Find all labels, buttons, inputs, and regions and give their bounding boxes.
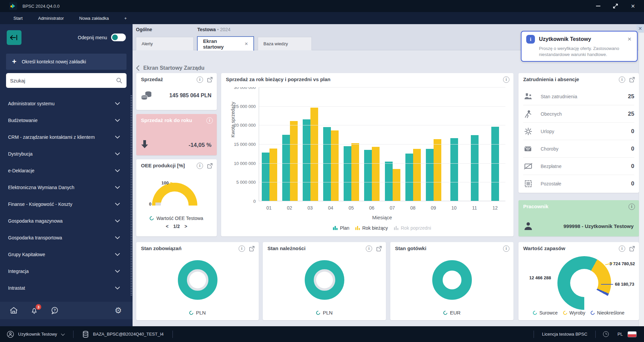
- maximize-button[interactable]: [612, 3, 618, 9]
- history-button[interactable]: [596, 331, 616, 337]
- menubar-item-4[interactable]: +: [124, 16, 127, 21]
- bar-rok-bieżący[interactable]: [434, 139, 441, 201]
- notification-close-icon[interactable]: ✕: [626, 36, 633, 42]
- collapse-menu-button[interactable]: [7, 30, 21, 45]
- info-icon[interactable]: [619, 245, 625, 252]
- bar-plan[interactable]: [282, 135, 290, 201]
- info-icon[interactable]: [366, 245, 372, 252]
- zatrudnienia-row[interactable]: Obecnych25: [523, 105, 634, 123]
- open-external-icon[interactable]: [376, 246, 382, 251]
- bar-plan[interactable]: [364, 150, 372, 201]
- y-axis-tick: 30 000 000: [234, 87, 256, 90]
- bar-rok-bieżący[interactable]: [310, 108, 318, 201]
- info-icon[interactable]: [503, 245, 509, 252]
- zatrudnienia-row[interactable]: Urlopy0: [523, 123, 634, 140]
- tab-close-icon[interactable]: ×: [245, 41, 248, 47]
- tab-baza-wiedzy[interactable]: Baza wiedzy: [258, 37, 312, 50]
- bar-rok-bieżący[interactable]: [269, 149, 277, 201]
- bar-plan[interactable]: [405, 154, 413, 201]
- zatrudnienia-row[interactable]: Choroby0: [523, 140, 634, 158]
- menubar-item-2[interactable]: Administrator: [38, 16, 64, 21]
- sidebar-item[interactable]: Gospodarka magazynowa: [0, 213, 133, 229]
- info-icon[interactable]: [619, 76, 625, 83]
- bar-rok-bieżący[interactable]: [413, 149, 421, 201]
- pie-legend-item-surowce[interactable]: Surowce: [533, 310, 557, 316]
- bar-rok-bieżący[interactable]: [351, 143, 359, 201]
- bar-plan[interactable]: [385, 162, 393, 201]
- sidebar-item[interactable]: Dystrybucja: [0, 146, 133, 162]
- bar-plan[interactable]: [450, 138, 458, 201]
- sidebar-item[interactable]: Administrator systemu: [0, 95, 133, 112]
- pager-next-button[interactable]: >: [185, 224, 187, 229]
- bar-rok-bieżący[interactable]: [290, 121, 298, 201]
- notifications-button[interactable]: 3: [30, 306, 38, 315]
- sidebar-item[interactable]: CRM - zarządzanie kontaktami z klientem: [0, 129, 133, 146]
- pie-legend-item-nieokreślone[interactable]: Nieokreślone: [591, 310, 625, 316]
- info-icon[interactable]: [239, 245, 245, 252]
- pie-value-nieokreslone: 68 180,73: [615, 282, 634, 287]
- bar-plan[interactable]: [262, 153, 269, 201]
- menubar-item-3[interactable]: Nowa zakładka: [79, 16, 109, 21]
- refresh-icon[interactable]: [188, 310, 194, 316]
- legend-item-rok-poprzedni[interactable]: Rok poprzedni: [394, 225, 431, 231]
- sidebar-scrollbar[interactable]: [131, 95, 132, 296]
- bar-plan[interactable]: [323, 127, 331, 201]
- refresh-icon[interactable]: [315, 310, 321, 316]
- bar-rok-bieżący[interactable]: [372, 147, 380, 201]
- tab-ekran-startowy[interactable]: Ekran startowy ×: [197, 36, 254, 51]
- bar-rok-bieżący[interactable]: [393, 169, 400, 201]
- bar-plan[interactable]: [471, 135, 479, 201]
- info-blue-icon: i: [526, 35, 535, 44]
- menubar-item-1[interactable]: Start: [13, 16, 22, 21]
- close-button[interactable]: ×: [630, 3, 636, 9]
- legend-item-plan[interactable]: Plan: [333, 225, 349, 231]
- sidebar-item[interactable]: Gospodarka transportowa: [0, 229, 133, 246]
- sidebar-item[interactable]: Budżetowanie: [0, 112, 133, 129]
- unpin-menu-toggle[interactable]: [111, 34, 126, 41]
- bar-plan[interactable]: [426, 149, 434, 201]
- open-external-icon[interactable]: [207, 77, 213, 82]
- help-button[interactable]: ?: [50, 306, 59, 315]
- sidebar-item[interactable]: Finanse - Księgowość - Koszty: [0, 196, 133, 213]
- settings-button[interactable]: ⚙: [114, 306, 122, 315]
- tab-alerty[interactable]: Alerty: [136, 37, 194, 50]
- poland-flag-icon[interactable]: [628, 331, 637, 337]
- workers-icon: [523, 93, 533, 101]
- search-input[interactable]: [10, 78, 116, 83]
- info-icon[interactable]: [503, 76, 509, 83]
- legend-item-rok-bieżący[interactable]: Rok bieżący: [355, 225, 388, 231]
- sidebar-item[interactable]: Elektroniczna Wymiana Danych: [0, 179, 133, 196]
- info-icon[interactable]: [206, 117, 213, 124]
- open-external-icon[interactable]: [629, 246, 635, 251]
- main-scrollbar[interactable]: [639, 33, 644, 326]
- bar-plan[interactable]: [491, 127, 499, 201]
- info-icon[interactable]: [629, 204, 635, 210]
- bar-plan[interactable]: [303, 119, 310, 201]
- refresh-icon[interactable]: [149, 216, 155, 221]
- sidebar-item[interactable]: Intrastat: [0, 280, 133, 296]
- new-tab-context-button[interactable]: + Określ kontekst nowej zakładki: [6, 54, 127, 70]
- breadcrumb[interactable]: Ekran Startowy Zarządu: [136, 65, 204, 71]
- open-external-icon[interactable]: [207, 163, 213, 169]
- bar-rok-bieżący[interactable]: [331, 130, 339, 201]
- language-label[interactable]: PL: [616, 332, 628, 337]
- sidebar-item[interactable]: Grupy Kapitałowe: [0, 246, 133, 263]
- pie-legend-item-wyroby[interactable]: Wyroby: [563, 310, 585, 316]
- pager-prev-button[interactable]: <: [166, 224, 168, 229]
- zatrudnienia-row[interactable]: Pozostałe0: [523, 175, 634, 192]
- open-external-icon[interactable]: [249, 246, 255, 251]
- minimize-button[interactable]: [595, 3, 601, 9]
- statusbar-user-menu[interactable]: Uzytkownik Testowy: [7, 331, 64, 338]
- open-external-icon[interactable]: [629, 77, 635, 82]
- refresh-icon[interactable]: [442, 310, 448, 316]
- zatrudnienia-row[interactable]: Bezpłatne0: [523, 158, 634, 175]
- zatrudnienia-row[interactable]: Stan zatrudnienia25: [523, 88, 634, 105]
- sidebar-item[interactable]: e-Deklaracje: [0, 162, 133, 179]
- bar-plan[interactable]: [344, 146, 351, 201]
- info-icon[interactable]: [197, 76, 203, 83]
- home-button[interactable]: [9, 306, 18, 315]
- sidebar-item[interactable]: Integracja: [0, 263, 133, 280]
- sidebar-item[interactable]: Karty Pracy: [0, 296, 133, 302]
- panel-close-button[interactable]: ✕: [637, 25, 644, 32]
- info-icon[interactable]: [197, 163, 203, 169]
